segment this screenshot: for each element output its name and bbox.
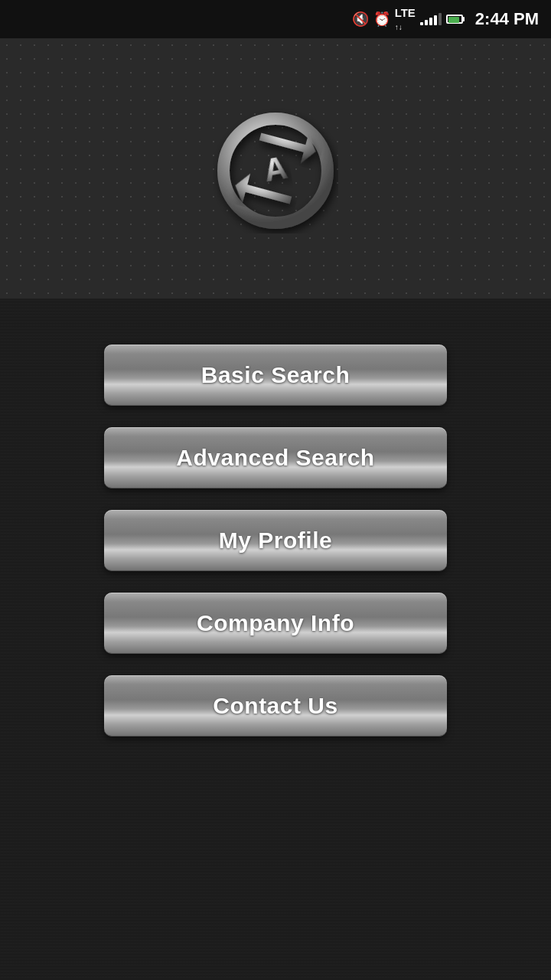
logo-svg: A — [210, 103, 341, 234]
status-bar: 🔇 ⏰ LTE↑↓ 2:44 PM — [0, 0, 551, 38]
app-logo: A — [207, 100, 344, 237]
advanced-search-button[interactable]: Advanced Search — [104, 427, 447, 488]
signal-bars-icon — [420, 13, 442, 25]
contact-us-button[interactable]: Contact Us — [104, 675, 447, 737]
alarm-icon: ⏰ — [373, 11, 390, 28]
my-profile-button[interactable]: My Profile — [104, 510, 447, 571]
svg-text:A: A — [261, 149, 290, 189]
lte-icon: LTE↑↓ — [395, 6, 416, 32]
basic-search-button[interactable]: Basic Search — [104, 345, 447, 406]
top-section: A — [0, 38, 551, 299]
company-info-button[interactable]: Company Info — [104, 593, 447, 654]
status-icons: 🔇 ⏰ LTE↑↓ 2:44 PM — [352, 6, 539, 32]
mute-icon: 🔇 — [352, 11, 369, 28]
status-time: 2:44 PM — [475, 9, 539, 29]
battery-icon — [446, 15, 465, 24]
main-menu: Basic Search Advanced Search My Profile … — [0, 299, 551, 980]
